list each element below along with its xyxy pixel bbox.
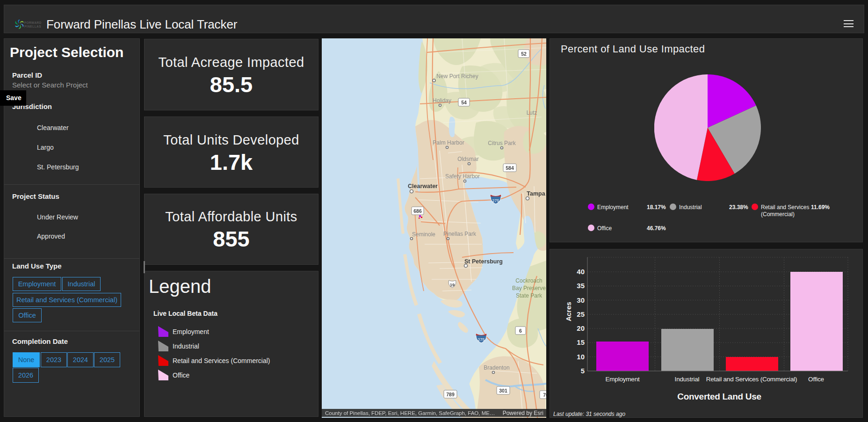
svg-text:35: 35 (577, 282, 585, 290)
svg-text:PINELLAS: PINELLAS (24, 25, 41, 28)
svg-text:St Petersburg: St Petersburg (464, 258, 503, 265)
svg-text:275: 275 (492, 198, 499, 203)
svg-text:FORWARD: FORWARD (24, 21, 42, 24)
svg-text:5: 5 (581, 367, 585, 375)
svg-text:6: 6 (519, 328, 522, 334)
svg-text:Bradenton: Bradenton (484, 364, 509, 371)
svg-text:40: 40 (577, 268, 585, 276)
svg-text:Employment: Employment (605, 376, 639, 383)
svg-text:54: 54 (461, 100, 467, 105)
svg-text:Retail and Services (Commercia: Retail and Services (Commercial) (706, 376, 797, 383)
svg-text:25: 25 (577, 310, 585, 318)
svg-text:County of Pinellas, FDEP, Esri: County of Pinellas, FDEP, Esri, HERE, Ga… (325, 410, 495, 416)
svg-text:Industrial: Industrial (675, 376, 700, 383)
svg-text:Pinellas Park: Pinellas Park (443, 231, 477, 237)
svg-text:10: 10 (577, 353, 585, 361)
svg-text:686: 686 (413, 208, 422, 214)
svg-text:Cockroach: Cockroach (515, 277, 542, 284)
svg-text:52: 52 (521, 51, 527, 57)
svg-text:Office: Office (808, 376, 824, 383)
svg-text:584: 584 (506, 165, 514, 171)
svg-text:Holiday: Holiday (433, 97, 451, 104)
svg-text:Lutz: Lutz (527, 109, 537, 116)
svg-text:789: 789 (446, 392, 455, 397)
svg-text:70: 70 (543, 392, 546, 398)
svg-text:State Park: State Park (516, 292, 542, 299)
svg-text:Converted Land Use: Converted Land Use (677, 392, 761, 401)
svg-text:Last update: 31 seconds ago: Last update: 31 seconds ago (553, 411, 625, 417)
svg-text:30: 30 (577, 296, 585, 304)
svg-text:Powered by Esri: Powered by Esri (503, 410, 543, 416)
svg-text:19: 19 (450, 282, 455, 287)
svg-text:Oldsmar: Oldsmar (457, 156, 478, 162)
svg-text:New Port Richey: New Port Richey (436, 73, 478, 80)
svg-text:Bay Preserve: Bay Preserve (512, 285, 546, 291)
svg-text:Palm Harbor: Palm Harbor (433, 139, 464, 146)
svg-text:Acres: Acres (564, 302, 572, 321)
svg-text:Safety Harbor: Safety Harbor (445, 173, 480, 180)
svg-text:Tampa: Tampa (527, 190, 545, 197)
svg-text:15: 15 (577, 338, 585, 346)
svg-text:Clearwater: Clearwater (408, 183, 438, 189)
svg-text:20: 20 (577, 324, 585, 332)
svg-text:Citrus Park: Citrus Park (488, 140, 516, 146)
svg-text:275: 275 (477, 337, 485, 342)
svg-text:Seminole: Seminole (412, 231, 435, 238)
svg-text:301: 301 (499, 388, 507, 393)
